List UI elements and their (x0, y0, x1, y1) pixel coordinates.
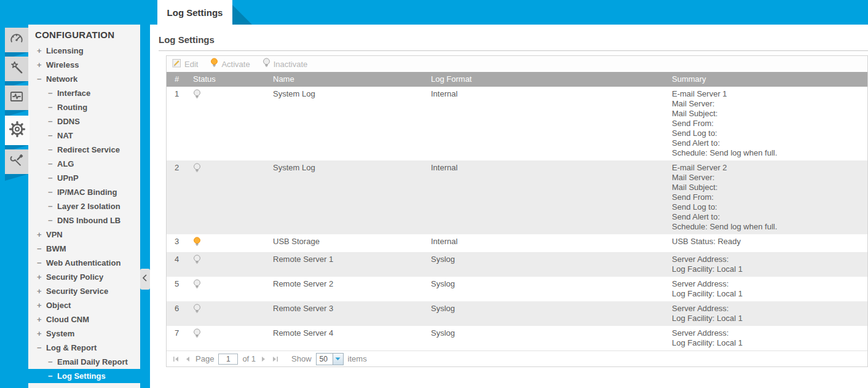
sidebar-item-label: System (46, 329, 74, 338)
page-number-input[interactable] (218, 354, 238, 365)
bulb-on-icon (210, 58, 218, 70)
table-row[interactable]: 3 USB Storage Internal USB Status: Ready (167, 234, 867, 252)
expand-toggle-icon: + (37, 312, 46, 327)
settings-tile[interactable] (5, 116, 30, 145)
sidebar-menu-item[interactable]: +Wireless (28, 58, 140, 72)
sidebar-menu-item[interactable]: −IP/MAC Binding (28, 185, 140, 199)
inactivate-button[interactable]: Inactivate (262, 58, 308, 70)
page-label: Page (195, 354, 214, 363)
row-number: 7 (175, 328, 193, 348)
sidebar-menu-item[interactable]: −Log Settings (28, 369, 140, 383)
row-summary: Server Address:Log Facility: Local 1 (672, 328, 867, 348)
next-page-button[interactable] (260, 355, 267, 363)
row-status-cell (193, 304, 273, 323)
edit-button[interactable]: Edit (172, 58, 198, 69)
row-name: System Log (273, 163, 431, 232)
sidebar-menu-item[interactable]: +Security Service (28, 284, 140, 298)
sidebar-menu-item[interactable]: +Security Policy (28, 270, 140, 284)
bulb-on-icon (193, 240, 201, 249)
sidebar-menu-item[interactable]: −Interface (28, 86, 140, 100)
wizard-tile[interactable] (5, 57, 28, 81)
diagnostics-tile[interactable] (5, 85, 28, 110)
expand-toggle-icon: − (48, 100, 57, 114)
sidebar-collapse-handle[interactable] (140, 269, 150, 290)
sidebar-menu-item[interactable]: −Routing (28, 100, 140, 114)
sidebar-menu-item[interactable]: +Cloud CNM (28, 312, 140, 327)
expand-toggle-icon: − (48, 86, 57, 100)
sidebar-item-label: DDNS (57, 117, 80, 126)
tab-log-settings[interactable]: Log Settings (157, 0, 232, 25)
dashboard-tile[interactable] (5, 28, 28, 52)
expand-toggle-icon: − (48, 185, 57, 199)
sidebar-menu-item[interactable]: −DDNS (28, 114, 140, 129)
sidebar-menu-item[interactable]: −Log & Report (28, 341, 140, 355)
bulb-off-icon (193, 166, 201, 175)
sidebar-panel: CONFIGURATION +Licensing +Wireless −Netw… (28, 25, 140, 388)
col-header-format: Log Format (431, 72, 672, 87)
table-row[interactable]: 6 Remote Server 3 Syslog Server Address:… (167, 301, 867, 326)
table-toolbar: Edit Activate Inactivate (167, 56, 867, 72)
sidebar-item-label: UPnP (57, 173, 79, 183)
settings-icon (8, 120, 26, 141)
sidebar-menu-item[interactable]: −ALG (28, 157, 140, 171)
table-row[interactable]: 1 System Log Internal E-mail Server 1Mai… (167, 87, 867, 160)
row-summary: E-mail Server 2Mail Server:Mail Subject:… (672, 163, 867, 232)
sidebar-header: CONFIGURATION (28, 25, 140, 44)
row-number: 5 (175, 279, 193, 299)
wizard-icon (9, 60, 25, 78)
maintenance-tile[interactable] (5, 149, 28, 174)
inactivate-label: Inactivate (274, 60, 308, 69)
sidebar-item-label: Object (46, 301, 71, 310)
page-title: Log Settings (159, 34, 215, 45)
pagination-bar: Page of 1 Show 50 items (167, 350, 867, 366)
expand-toggle-icon: + (37, 228, 46, 242)
sidebar-menu-item[interactable]: −Web Authentication (28, 256, 140, 270)
first-page-button[interactable] (172, 355, 180, 363)
last-page-button[interactable] (272, 355, 279, 363)
sidebar-item-label: Wireless (46, 60, 79, 69)
bulb-off-icon (193, 307, 201, 316)
expand-toggle-icon: + (37, 270, 46, 284)
row-name: Remote Server 4 (273, 328, 431, 348)
chevron-left-icon (142, 274, 148, 285)
sidebar-item-label: Network (46, 74, 77, 84)
sidebar-menu-item[interactable]: −Email Daily Report (28, 355, 140, 369)
row-log-format: Internal (431, 89, 672, 158)
activate-button[interactable]: Activate (210, 58, 250, 70)
sidebar-menu-item[interactable]: −UPnP (28, 171, 140, 185)
page-size-select[interactable]: 50 (316, 353, 344, 365)
sidebar-menu-item[interactable]: −BWM (28, 242, 140, 256)
table-row[interactable]: 7 Remote Server 4 Syslog Server Address:… (167, 326, 867, 350)
expand-toggle-icon: − (48, 157, 57, 171)
table-row[interactable]: 5 Remote Server 2 Syslog Server Address:… (167, 277, 867, 301)
sidebar-item-label: BWM (46, 244, 66, 253)
table-row[interactable]: 4 Remote Server 1 Syslog Server Address:… (167, 252, 867, 277)
row-status-cell (193, 255, 273, 274)
sidebar-item-label: Security Policy (46, 272, 103, 282)
row-status-cell (193, 237, 273, 250)
sidebar-menu-item[interactable]: +System (28, 327, 140, 341)
expand-toggle-icon: − (48, 213, 57, 228)
sidebar-menu-item[interactable]: −Layer 2 Isolation (28, 199, 140, 213)
sidebar-menu-item[interactable]: −Network (28, 72, 140, 86)
row-log-format: Syslog (431, 255, 672, 274)
activate-label: Activate (221, 60, 250, 69)
bulb-off-icon (193, 258, 201, 267)
row-number: 4 (175, 255, 193, 274)
sidebar-menu-item[interactable]: −DNS Inbound LB (28, 213, 140, 228)
sidebar-menu-item[interactable]: −Redirect Service (28, 143, 140, 157)
page-size-value: 50 (317, 354, 333, 365)
bulb-off-icon (193, 282, 201, 291)
table-row[interactable]: 2 System Log Internal E-mail Server 2Mai… (167, 160, 867, 234)
row-name: System Log (273, 89, 431, 158)
sidebar-menu-item[interactable]: −NAT (28, 129, 140, 143)
sidebar-menu-item[interactable]: +Object (28, 298, 140, 312)
row-status-cell (193, 163, 273, 232)
sidebar-menu-item[interactable]: +VPN (28, 228, 140, 242)
table-header: # Status Name Log Format Summary (167, 72, 867, 87)
row-log-format: Internal (431, 237, 672, 250)
expand-toggle-icon: + (37, 58, 46, 72)
row-summary: Server Address:Log Facility: Local 1 (672, 255, 867, 274)
prev-page-button[interactable] (184, 355, 191, 363)
sidebar-menu-item[interactable]: +Licensing (28, 44, 140, 58)
